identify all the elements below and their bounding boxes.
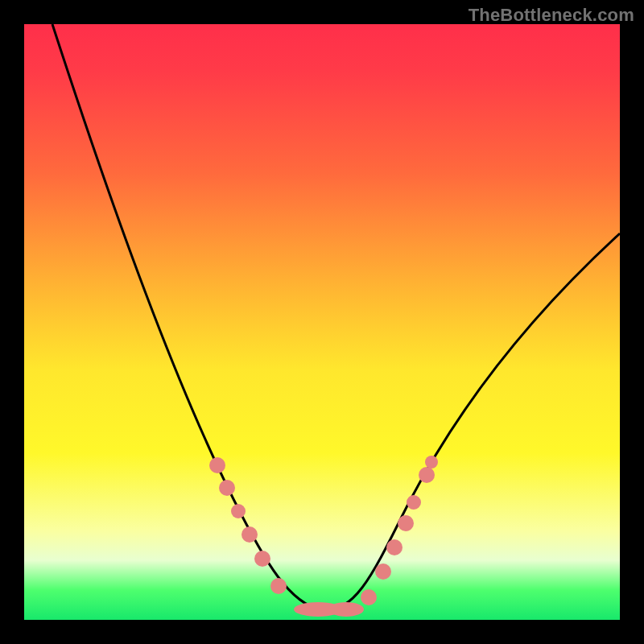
data-marker xyxy=(209,457,225,473)
data-marker xyxy=(407,495,421,510)
data-marker xyxy=(419,467,435,483)
data-marker xyxy=(386,539,402,555)
chart-plot-area xyxy=(24,24,620,620)
watermark-text: TheBottleneck.com xyxy=(469,5,634,26)
data-marker xyxy=(398,515,414,531)
bottleneck-curve-path xyxy=(52,24,620,610)
data-marker xyxy=(242,526,258,543)
data-marker xyxy=(219,480,235,496)
data-marker xyxy=(254,551,270,567)
data-marker xyxy=(328,602,364,617)
chart-svg xyxy=(24,24,620,620)
data-marker xyxy=(231,504,246,518)
data-marker xyxy=(361,589,377,605)
data-marker xyxy=(270,578,287,594)
data-marker xyxy=(375,564,391,580)
data-marker xyxy=(425,456,438,469)
marker-group xyxy=(209,456,438,617)
